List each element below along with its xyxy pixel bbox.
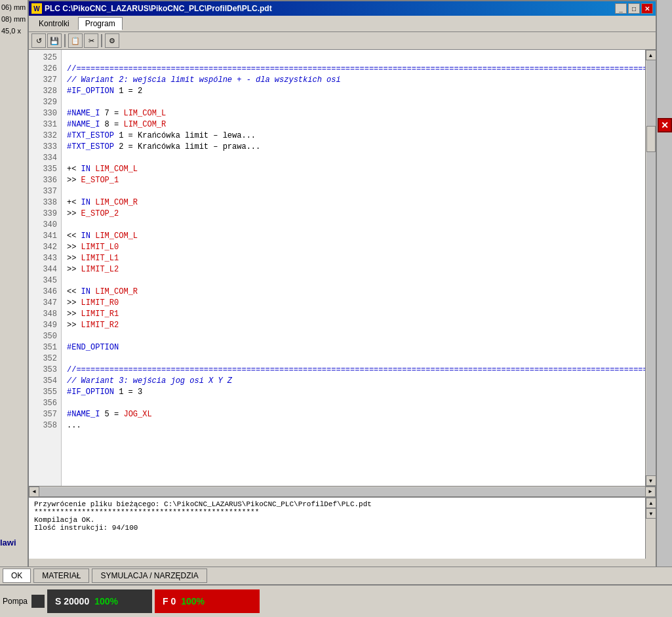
line-number: 328 [30,86,60,97]
close-button[interactable]: ✕ [641,3,653,14]
code-line [67,186,640,197]
f-pct: 100% [181,596,205,607]
toolbar-reload-button[interactable]: ↺ [31,33,46,48]
line-number: 350 [30,331,60,342]
line-number: 340 [30,220,60,231]
s-value: S 20000 [55,596,89,607]
line-number: 348 [30,309,60,320]
code-line: #TXT_ESTOP 1 = Krańcówka limit – lewa... [67,130,640,142]
title-bar: W PLC C:\PikoCNC_LAZARUS\PikoCNC_PLC\Pro… [29,1,656,16]
scroll-thumb[interactable] [646,126,656,152]
code-line: #END_OPTION [67,342,640,353]
line-number: 356 [30,398,60,409]
bottom-tab-simulation[interactable]: SYMULACJA / NARZĘDZIA [92,568,207,583]
line-number: 354 [30,376,60,387]
line-number: 330 [30,108,60,119]
left-info-line3: 45,0 x [1,25,26,37]
status-bar: Pompa S 20000 100% F 0 100% [0,584,672,617]
left-label: lawi [0,538,16,547]
minimize-button[interactable]: _ [615,3,627,14]
code-line: #NAME_I 7 = LIM_COM_L [67,108,640,119]
toolbar-copy-button[interactable]: 📋 [68,33,83,48]
log-scrollbar[interactable]: ▲ ▼ [645,498,656,559]
code-line: >> LIMIT_L0 [67,242,640,253]
code-line: >> LIMIT_R2 [67,320,640,331]
line-number: 351 [30,342,60,353]
toolbar: ↺ 💾 📋 ✂ ⚙ [29,32,656,50]
code-line [67,331,640,342]
vertical-scrollbar[interactable]: ▲ ▼ [645,50,656,486]
main-window: W PLC C:\PikoCNC_LAZARUS\PikoCNC_PLC\Pro… [28,0,657,570]
toolbar-settings-button[interactable]: ⚙ [105,33,119,48]
maximize-button[interactable]: □ [628,3,640,14]
tab-kontrolki[interactable]: Kontrolki [31,17,77,30]
code-line [67,52,640,64]
log-scroll-down[interactable]: ▼ [646,508,656,519]
toolbar-separator-2 [101,34,102,47]
line-number: 332 [30,130,60,142]
left-info-line2: 08) mm [1,13,26,25]
line-number: 353 [30,365,60,376]
f-status: F 0 100% [155,589,260,613]
s-status: S 20000 100% [47,589,152,613]
line-number: 325 [30,52,60,64]
left-info-line1: 06) mm [1,1,26,13]
line-number: 326 [30,64,60,75]
line-number: 341 [30,231,60,242]
scroll-track[interactable] [646,60,656,475]
s-pct: 100% [94,596,118,607]
pompa-section: Pompa [3,595,45,608]
line-number: 355 [30,387,60,398]
hscroll-left-button[interactable]: ◄ [29,487,39,497]
window-icon: W [31,3,42,14]
code-line [67,398,640,409]
scroll-down-button[interactable]: ▼ [646,475,656,486]
line-number: 335 [30,164,60,175]
log-scroll-up[interactable]: ▲ [646,498,656,508]
code-line: >> E_STOP_1 [67,175,640,186]
line-number: 343 [30,253,60,264]
code-line: +< IN LIM_COM_R [67,197,640,209]
code-editor[interactable]: 3253263273283293303313323333343353363373… [29,50,656,486]
f-value: F 0 [163,596,176,607]
line-number: 345 [30,275,60,287]
line-numbers: 3253263273283293303313323333343353363373… [29,50,62,486]
line-number: 338 [30,197,60,209]
code-line [67,220,640,231]
line-number: 329 [30,97,60,108]
log-line-2: ****************************************… [34,508,650,516]
line-number: 352 [30,353,60,365]
bottom-tab-ok[interactable]: OK [3,568,31,583]
code-line: #TXT_ESTOP 2 = Krańcówka limit – prawa..… [67,142,640,153]
line-number: 337 [30,186,60,197]
hscroll-right-button[interactable]: ► [645,487,656,497]
code-line [67,353,640,365]
right-x-button[interactable]: ✕ [658,118,672,132]
line-number: 357 [30,409,60,420]
code-line: >> LIMIT_L2 [67,264,640,275]
code-line: << IN LIM_COM_L [67,231,640,242]
code-line: #IF_OPTION 1 = 3 [67,387,640,398]
bottom-tab-material[interactable]: MATERIAŁ [33,568,89,583]
line-number: 334 [30,153,60,164]
horizontal-scrollbar[interactable]: ◄ ► [29,486,656,496]
code-content[interactable]: //======================================… [62,50,645,486]
code-line: #NAME_I 8 = LIM_COM_R [67,119,640,130]
scroll-up-button[interactable]: ▲ [646,50,656,60]
toolbar-cut-button[interactable]: ✂ [84,33,98,48]
code-line [67,275,640,287]
code-line: // Wariant 2: wejścia limit wspólne + - … [67,75,640,86]
code-line: << IN LIM_COM_R [67,287,640,298]
line-number: 333 [30,142,60,153]
hscroll-track[interactable] [39,487,645,496]
line-number: 339 [30,209,60,220]
code-line: >> LIMIT_L1 [67,253,640,264]
toolbar-separator-1 [64,34,66,47]
code-line: //======================================… [67,64,640,75]
log-line-1: Przywrócenie pliku bieżącego: C:\PikoCNC… [34,500,650,508]
tab-program[interactable]: Program [78,17,123,30]
code-line: >> LIMIT_R1 [67,309,640,320]
code-line: >> E_STOP_2 [67,209,640,220]
toolbar-save-button[interactable]: 💾 [47,33,62,48]
code-line [67,153,640,164]
